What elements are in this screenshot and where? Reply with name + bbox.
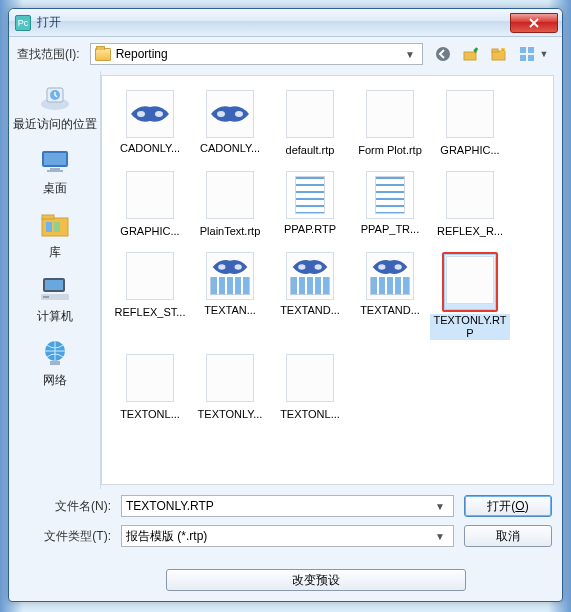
new-folder-icon: [491, 46, 507, 62]
file-name: REFLEX_ST...: [110, 306, 190, 319]
file-thumb: [366, 252, 414, 300]
file-item[interactable]: TEXTONLY...: [190, 354, 270, 421]
file-thumb: [126, 90, 174, 138]
filename-label: 文件名(N):: [19, 498, 111, 515]
svg-rect-6: [528, 47, 534, 53]
file-thumb: [126, 252, 174, 300]
file-thumb: [126, 171, 174, 219]
svg-rect-1: [464, 52, 476, 60]
lookin-label: 查找范围(I):: [17, 46, 80, 63]
svg-point-30: [218, 264, 225, 269]
file-thumb: [286, 90, 334, 138]
file-name: TEXTONLY...: [190, 408, 270, 421]
file-item[interactable]: TEXTONL...: [270, 354, 350, 421]
file-item[interactable]: GRAPHIC...: [430, 90, 510, 157]
svg-point-28: [217, 111, 225, 117]
close-button[interactable]: [510, 13, 558, 33]
open-dialog: Pc 打开 查找范围(I): Reporting ▼ ▼: [8, 8, 563, 602]
open-button[interactable]: 打开(O): [464, 495, 552, 517]
filetype-select[interactable]: 报告模版 (*.rtp) ▼: [121, 525, 454, 547]
desktop-icon: [37, 145, 73, 177]
svg-rect-3: [492, 49, 498, 52]
file-name: TEXTONL...: [110, 408, 190, 421]
file-thumb: [286, 354, 334, 402]
filename-input[interactable]: TEXTONLY.RTP ▼: [121, 495, 454, 517]
file-thumb: [206, 354, 254, 402]
file-name: default.rtp: [270, 144, 350, 157]
file-thumb: [446, 171, 494, 219]
file-item[interactable]: default.rtp: [270, 90, 350, 157]
file-name: TEXTAND...: [270, 304, 350, 317]
file-thumb: [206, 252, 254, 300]
file-item[interactable]: Form Plot.rtp: [350, 90, 430, 157]
file-thumb: [366, 90, 414, 138]
file-name: CADONLY...: [190, 142, 270, 155]
svg-rect-5: [520, 47, 526, 53]
svg-rect-19: [54, 222, 60, 232]
place-computer[interactable]: 计算机: [13, 269, 97, 331]
file-item[interactable]: REFLEX_ST...: [110, 252, 190, 340]
close-icon: [529, 18, 539, 28]
change-preset-button[interactable]: 改变预设: [166, 569, 466, 591]
svg-rect-17: [42, 215, 54, 219]
svg-point-32: [298, 264, 305, 269]
file-name: TEXTAND...: [350, 304, 430, 317]
file-item[interactable]: TEXTONL...: [110, 354, 190, 421]
view-menu-button[interactable]: ▼: [517, 44, 554, 64]
file-item[interactable]: PPAP.RTP: [270, 171, 350, 238]
place-recent[interactable]: 最近访问的位置: [13, 77, 97, 139]
file-thumb: [286, 171, 334, 219]
svg-rect-14: [50, 168, 60, 170]
file-item[interactable]: TEXTONLY.RTP: [430, 252, 510, 340]
file-item[interactable]: CADONLY...: [190, 90, 270, 157]
file-item[interactable]: CADONLY...: [110, 90, 190, 157]
file-thumb: [446, 90, 494, 138]
place-label: 库: [13, 244, 97, 261]
filename-value: TEXTONLY.RTP: [126, 499, 214, 513]
file-thumb: [366, 171, 414, 219]
file-item[interactable]: PlainText.rtp: [190, 171, 270, 238]
svg-point-29: [235, 111, 243, 117]
svg-point-33: [315, 264, 322, 269]
back-icon: [435, 46, 451, 62]
file-item[interactable]: REFLEX_R...: [430, 171, 510, 238]
new-folder-button[interactable]: [489, 44, 509, 64]
file-name: PlainText.rtp: [190, 225, 270, 238]
svg-rect-23: [43, 296, 49, 298]
back-button[interactable]: [433, 44, 453, 64]
svg-rect-25: [50, 361, 60, 365]
view-icon: [519, 46, 535, 62]
file-item[interactable]: GRAPHIC...: [110, 171, 190, 238]
file-name: TEXTONL...: [270, 408, 350, 421]
file-item[interactable]: TEXTAN...: [190, 252, 270, 340]
file-thumb: [126, 354, 174, 402]
bottom-panel: 文件名(N): TEXTONLY.RTP ▼ 打开(O) 文件类型(T): 报告…: [9, 489, 562, 601]
up-button[interactable]: [461, 44, 481, 64]
place-network[interactable]: 网络: [13, 333, 97, 395]
svg-rect-8: [528, 55, 534, 61]
file-item[interactable]: TEXTAND...: [270, 252, 350, 340]
place-library[interactable]: 库: [13, 205, 97, 267]
file-list-pane[interactable]: CADONLY...CADONLY...default.rtpForm Plot…: [101, 75, 554, 485]
file-name: CADONLY...: [110, 142, 190, 155]
place-desktop[interactable]: 桌面: [13, 141, 97, 203]
place-label: 最近访问的位置: [13, 116, 97, 133]
filetype-label: 文件类型(T):: [19, 528, 111, 545]
svg-point-0: [436, 47, 450, 61]
cancel-button[interactable]: 取消: [464, 525, 552, 547]
titlebar: Pc 打开: [9, 9, 562, 37]
chevron-down-icon: ▼: [435, 526, 451, 546]
lookin-combo[interactable]: Reporting ▼: [90, 43, 423, 65]
file-item[interactable]: TEXTAND...: [350, 252, 430, 340]
file-thumb: [206, 90, 254, 138]
svg-rect-7: [520, 55, 526, 61]
file-item[interactable]: PPAP_TR...: [350, 171, 430, 238]
svg-point-27: [155, 111, 163, 117]
filetype-value: 报告模版 (*.rtp): [126, 528, 207, 545]
file-name: GRAPHIC...: [430, 144, 510, 157]
svg-point-26: [137, 111, 145, 117]
svg-rect-21: [45, 280, 63, 290]
file-name: PPAP_TR...: [350, 223, 430, 236]
up-icon: [463, 46, 479, 62]
file-thumb: [286, 252, 334, 300]
